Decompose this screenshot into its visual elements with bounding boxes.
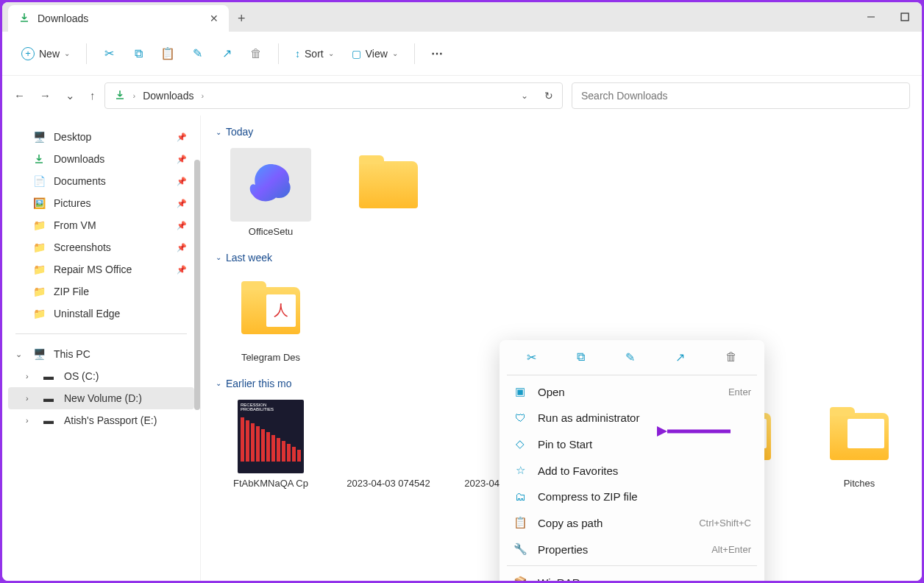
annotation-arrow bbox=[657, 420, 738, 442]
group-name: Last week bbox=[226, 252, 272, 264]
breadcrumb[interactable]: › Downloads › ⌄ ↻ bbox=[104, 82, 564, 109]
scrollbar[interactable] bbox=[194, 160, 200, 410]
sidebar-drive[interactable]: ›▬New Volume (D:) bbox=[8, 387, 194, 409]
sidebar-item-uninstall-edge[interactable]: 📁Uninstall Edge bbox=[8, 303, 194, 325]
group-header[interactable]: ⌄Today bbox=[216, 123, 907, 141]
sidebar-item-desktop[interactable]: 🖥️Desktop📌 bbox=[8, 126, 194, 148]
pin-icon: 📌 bbox=[177, 265, 187, 275]
chevron-right-icon[interactable]: › bbox=[26, 394, 36, 403]
chevron-right-icon[interactable]: › bbox=[26, 416, 36, 425]
chevron-right-icon[interactable]: › bbox=[26, 372, 36, 381]
toolbar: + New ⌄ ✂ ⧉ 📋 ✎ ↗ 🗑 ↕ Sort ⌄ ▢ View ⌄ ⋯ bbox=[2, 32, 922, 76]
download-icon bbox=[33, 153, 46, 165]
plus-icon: + bbox=[21, 47, 35, 60]
group-name: Earlier this mo bbox=[226, 378, 291, 389]
chevron-down-icon[interactable]: ⌄ bbox=[15, 350, 26, 359]
window-tab[interactable]: Downloads ✕ bbox=[8, 5, 229, 32]
file-label: FtAbKMNaQA Cp bbox=[233, 478, 308, 490]
sidebar-item-documents[interactable]: 📄Documents📌 bbox=[8, 170, 194, 192]
drive-label: New Volume (D:) bbox=[64, 392, 142, 404]
minimize-button[interactable] bbox=[854, 2, 888, 32]
back-button[interactable]: ← bbox=[14, 89, 25, 102]
refresh-icon[interactable]: ↻ bbox=[544, 90, 553, 102]
ctx-label: Properties bbox=[538, 543, 588, 556]
ctx-winrar[interactable]: 📦 WinRAR › bbox=[500, 569, 764, 581]
pc-icon: 🖥️ bbox=[33, 348, 46, 360]
file-item[interactable]: 2023-04-03 074542 bbox=[341, 400, 436, 503]
sidebar-drive[interactable]: ›▬OS (C:) bbox=[8, 365, 194, 387]
file-label: Pitches bbox=[844, 478, 875, 490]
file-item[interactable]: RECESSIONPROBABILITIESFtAbKMNaQA Cp bbox=[223, 400, 319, 503]
search-input[interactable] bbox=[572, 82, 910, 109]
sidebar-item-downloads[interactable]: Downloads📌 bbox=[8, 148, 194, 170]
ctx-label: Run as administrator bbox=[538, 411, 639, 424]
rename-icon[interactable]: ✎ bbox=[184, 40, 210, 67]
props-icon: 🔧 bbox=[513, 543, 527, 556]
copy-icon[interactable]: ⧉ bbox=[125, 40, 152, 67]
file-item[interactable]: OfficeSetu bbox=[223, 148, 319, 239]
ctx-properties[interactable]: 🔧PropertiesAlt+Enter bbox=[500, 536, 764, 562]
file-item[interactable]: 人Telegram Des bbox=[223, 274, 319, 364]
file-item[interactable]: Pitches bbox=[811, 400, 907, 503]
ctx-shortcut: Ctrl+Shift+C bbox=[699, 517, 751, 529]
recent-button[interactable]: ⌄ bbox=[65, 89, 75, 102]
sidebar-item-zip-file[interactable]: 📁ZIP File bbox=[8, 280, 194, 303]
chevron-down-icon: ⌄ bbox=[328, 49, 334, 57]
sidebar: 🖥️Desktop📌Downloads📌📄Documents📌🖼️Picture… bbox=[2, 116, 201, 581]
ctx-delete-icon[interactable]: 🗑 bbox=[725, 350, 737, 364]
drive-icon: ▬ bbox=[43, 370, 57, 382]
document-icon: 📄 bbox=[33, 175, 46, 187]
ctx-share-icon[interactable]: ↗ bbox=[675, 350, 685, 364]
download-icon bbox=[114, 89, 126, 103]
ctx-shortcut: Enter bbox=[728, 386, 751, 398]
chevron-down-icon[interactable]: ⌄ bbox=[521, 91, 528, 101]
paste-icon[interactable]: 📋 bbox=[154, 40, 181, 67]
ctx-label: Pin to Start bbox=[538, 438, 592, 451]
sidebar-item-label: Pictures bbox=[54, 197, 91, 209]
folder-icon: 📁 bbox=[33, 219, 46, 231]
more-icon[interactable]: ⋯ bbox=[424, 40, 450, 67]
sidebar-item-from-vm[interactable]: 📁From VM📌 bbox=[8, 214, 194, 236]
delete-icon[interactable]: 🗑 bbox=[243, 40, 269, 67]
sort-button[interactable]: ↕ Sort ⌄ bbox=[288, 43, 341, 64]
sidebar-this-pc[interactable]: ⌄ 🖥️ This PC bbox=[8, 343, 194, 365]
maximize-button[interactable] bbox=[888, 2, 922, 32]
chevron-down-icon: ⌄ bbox=[392, 49, 398, 57]
chevron-right-icon: › bbox=[201, 91, 204, 100]
sidebar-drive[interactable]: ›▬Atish's Passport (E:) bbox=[8, 409, 194, 431]
ctx-add-to-favorites[interactable]: ☆Add to Favorites bbox=[500, 457, 764, 484]
sidebar-item-pictures[interactable]: 🖼️Pictures📌 bbox=[8, 192, 194, 214]
ctx-label: Add to Favorites bbox=[538, 464, 618, 477]
close-tab-icon[interactable]: ✕ bbox=[210, 13, 218, 24]
pin-icon: 📌 bbox=[177, 199, 187, 208]
ctx-copy-icon[interactable]: ⧉ bbox=[577, 350, 585, 364]
sidebar-item-label: Uninstall Edge bbox=[54, 308, 120, 319]
ctx-open[interactable]: ▣OpenEnter bbox=[500, 378, 764, 405]
sidebar-item-label: Screenshots bbox=[54, 241, 111, 253]
cut-icon[interactable]: ✂ bbox=[96, 40, 122, 67]
sidebar-item-label: Repair MS Office bbox=[54, 264, 132, 275]
share-icon[interactable]: ↗ bbox=[213, 40, 240, 67]
forward-button[interactable]: → bbox=[40, 89, 51, 102]
open-icon: ▣ bbox=[513, 385, 527, 398]
pin-icon: 📌 bbox=[177, 177, 187, 186]
up-button[interactable]: ↑ bbox=[90, 89, 96, 102]
view-button[interactable]: ▢ View ⌄ bbox=[344, 43, 405, 64]
ctx-rename-icon[interactable]: ✎ bbox=[625, 350, 635, 364]
sidebar-item-screenshots[interactable]: 📁Screenshots📌 bbox=[8, 236, 194, 258]
new-button[interactable]: + New ⌄ bbox=[14, 43, 77, 65]
ctx-compress-to-zip-file[interactable]: 🗂Compress to ZIP file bbox=[500, 484, 764, 509]
folder-icon: 📁 bbox=[33, 241, 46, 253]
breadcrumb-location[interactable]: Downloads bbox=[143, 90, 193, 102]
svg-rect-1 bbox=[901, 13, 909, 21]
drive-icon: ▬ bbox=[43, 392, 57, 404]
group-header[interactable]: ⌄Last week bbox=[216, 249, 907, 266]
ctx-copy-as-path[interactable]: 📋Copy as pathCtrl+Shift+C bbox=[500, 509, 764, 536]
file-label: 2023-04-03 074542 bbox=[346, 478, 430, 490]
pin-icon: 📌 bbox=[177, 132, 187, 142]
new-tab-button[interactable]: + bbox=[229, 5, 255, 32]
ctx-cut-icon[interactable]: ✂ bbox=[527, 350, 536, 364]
sidebar-item-repair-ms-office[interactable]: 📁Repair MS Office📌 bbox=[8, 258, 194, 280]
content-area: ⌄TodayOfficeSetu⌄Last week人Telegram Des⌄… bbox=[201, 116, 922, 581]
file-item[interactable] bbox=[341, 148, 436, 239]
